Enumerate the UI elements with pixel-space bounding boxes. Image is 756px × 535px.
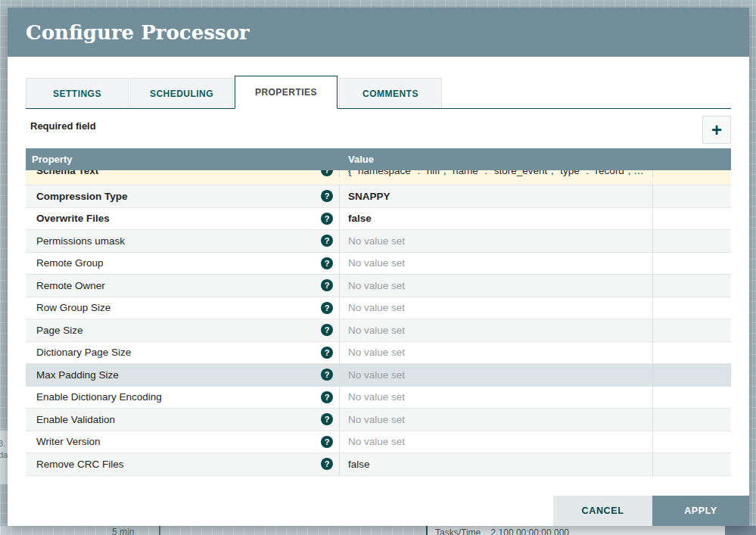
help-icon[interactable]: ? <box>321 391 333 403</box>
table-row[interactable]: Remove CRC Files ? false <box>26 453 731 476</box>
help-icon[interactable]: ? <box>321 170 333 176</box>
property-value[interactable]: { "namespace" : "nifi", "name" : "store_… <box>348 170 644 176</box>
row-action-cell <box>653 275 731 297</box>
property-value[interactable]: No value set <box>348 436 405 447</box>
add-property-button[interactable]: + <box>702 116 731 144</box>
property-value[interactable]: No value set <box>348 391 405 403</box>
table-row[interactable]: Compression Type ? SNAPPY <box>26 185 731 208</box>
tab-settings[interactable]: SETTINGS <box>26 78 129 108</box>
property-name: Enable Dictionary Encoding <box>36 391 162 403</box>
property-value[interactable]: No value set <box>348 280 405 291</box>
property-value[interactable]: No value set <box>348 369 405 381</box>
help-icon[interactable]: ? <box>321 413 333 425</box>
property-name: Writer Version <box>36 436 101 447</box>
table-row[interactable]: Enable Validation ? No value set <box>26 409 731 431</box>
help-icon[interactable]: ? <box>321 458 333 470</box>
property-name: Schema Text <box>36 170 98 176</box>
table-header-row: Property Value <box>26 148 731 170</box>
tab-scheduling[interactable]: SCHEDULING <box>130 78 233 108</box>
row-action-cell <box>653 185 731 207</box>
table-row[interactable]: Writer Version ? No value set <box>26 431 731 454</box>
property-name: Page Size <box>36 325 83 336</box>
help-icon[interactable]: ? <box>321 235 333 247</box>
help-icon[interactable]: ? <box>321 257 333 269</box>
row-action-cell <box>653 170 731 178</box>
canvas-time-window-label: 5 min <box>112 527 134 535</box>
property-name: Remote Group <box>36 257 104 269</box>
row-action-cell <box>653 364 731 386</box>
help-icon[interactable]: ? <box>321 436 333 448</box>
column-header-value: Value <box>340 154 653 165</box>
table-row[interactable]: Page Size ? No value set <box>26 319 731 342</box>
canvas-component-partial <box>725 526 756 535</box>
property-name: Overwrite Files <box>36 213 110 224</box>
help-icon[interactable]: ? <box>321 190 333 202</box>
property-value[interactable]: No value set <box>348 347 405 358</box>
row-action-cell <box>653 253 731 275</box>
table-row[interactable]: Overwrite Files ? false <box>26 208 731 231</box>
help-icon[interactable]: ? <box>321 302 333 314</box>
row-action-cell <box>653 319 731 341</box>
table-row[interactable]: Remote Group ? No value set <box>26 253 731 275</box>
property-value[interactable]: No value set <box>348 302 405 313</box>
help-icon[interactable]: ? <box>321 324 333 336</box>
table-row[interactable]: Enable Dictionary Encoding ? No value se… <box>26 387 731 409</box>
canvas-stats-fragment: Tasks/Time 2,100 00:00:00.000 <box>435 527 569 535</box>
property-name: Remove CRC Files <box>36 459 124 470</box>
property-value[interactable]: No value set <box>348 235 405 247</box>
row-action-cell <box>653 230 731 252</box>
row-action-cell <box>653 409 731 431</box>
property-name: Dictionary Page Size <box>36 347 131 358</box>
row-action-cell <box>653 431 731 453</box>
dialog-title: Configure Processor <box>26 21 250 44</box>
table-row[interactable]: Remote Owner ? No value set <box>26 275 731 297</box>
row-action-cell <box>653 387 731 409</box>
apply-button[interactable]: APPLY <box>652 496 749 526</box>
property-name: Permissions umask <box>36 235 125 247</box>
property-value[interactable]: false <box>348 213 372 224</box>
tab-bar: SETTINGS SCHEDULING PROPERTIES COMMENTS <box>26 76 731 109</box>
help-icon[interactable]: ? <box>321 347 333 359</box>
help-icon[interactable]: ? <box>321 279 333 291</box>
table-row[interactable]: Row Group Size ? No value set <box>26 297 731 320</box>
property-value[interactable]: No value set <box>348 414 405 425</box>
column-header-property: Property <box>26 154 340 165</box>
table-row-highlighted[interactable]: Max Padding Size ? No value set <box>26 364 731 387</box>
property-name: Enable Validation <box>36 414 115 425</box>
dialog-header: Configure Processor <box>8 8 749 57</box>
canvas-divider-line <box>426 526 428 535</box>
canvas-text-fragment: 3. <box>0 439 5 448</box>
row-action-cell <box>653 453 731 475</box>
property-value[interactable]: SNAPPY <box>348 191 390 202</box>
property-value[interactable]: false <box>348 459 370 470</box>
property-value[interactable]: No value set <box>348 325 405 336</box>
tab-comments[interactable]: COMMENTS <box>339 78 442 108</box>
configure-processor-dialog: Configure Processor SETTINGS SCHEDULING … <box>8 8 749 526</box>
canvas-text-fragment: da <box>0 450 8 459</box>
table-row[interactable]: Dictionary Page Size ? No value set <box>26 342 731 365</box>
help-icon[interactable]: ? <box>321 213 333 225</box>
required-field-hint: Required field <box>30 120 96 132</box>
row-action-cell <box>653 208 731 230</box>
dialog-body: SETTINGS SCHEDULING PROPERTIES COMMENTS … <box>8 57 749 526</box>
table-row[interactable]: Schema Text ? { "namespace" : "nifi", "n… <box>26 170 731 185</box>
canvas-divider-line <box>159 526 160 535</box>
property-value[interactable]: No value set <box>348 257 405 269</box>
table-row[interactable]: Permissions umask ? No value set <box>26 230 731 253</box>
property-name: Row Group Size <box>36 302 110 313</box>
property-name: Remote Owner <box>36 280 105 291</box>
help-icon[interactable]: ? <box>321 369 333 381</box>
cancel-button[interactable]: CANCEL <box>553 496 652 526</box>
plus-icon: + <box>711 121 722 139</box>
properties-table: Property Value Schema Text ? { "namespac… <box>26 148 731 476</box>
row-action-cell <box>653 297 731 319</box>
property-name: Max Padding Size <box>36 369 119 381</box>
row-action-cell <box>653 342 731 364</box>
tab-properties[interactable]: PROPERTIES <box>235 76 338 109</box>
property-name: Compression Type <box>36 191 128 202</box>
